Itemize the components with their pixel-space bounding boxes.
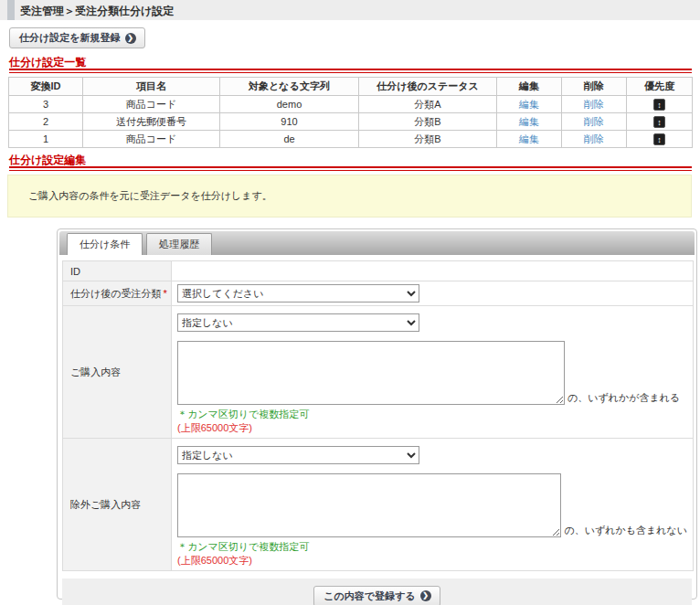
col-header-id: 変換ID <box>9 78 83 96</box>
priority-updown-icon[interactable]: ↕ <box>653 133 665 145</box>
col-header-target: 対象となる文字列 <box>220 78 359 96</box>
edit-form-table: ID 仕分け後の受注分類* 選択してください ご購入内容 <box>62 260 694 571</box>
submit-button[interactable]: この内容で登録する ❯ <box>313 586 440 605</box>
col-header-priority: 優先度 <box>627 78 693 96</box>
delete-link[interactable]: 削除 <box>584 116 604 127</box>
delete-link[interactable]: 削除 <box>584 99 604 110</box>
submit-label: この内容で登録する <box>323 589 415 603</box>
cell-status: 分類B <box>359 113 497 131</box>
cell-id: 1 <box>9 131 83 148</box>
table-row: 2 送付先郵便番号 910 分類B 編集 削除 ↕ <box>9 113 693 131</box>
purchase-label: ご購入内容 <box>63 306 172 439</box>
required-mark: * <box>164 288 167 299</box>
table-row: 3 商品コード demo 分類A 編集 削除 ↕ <box>9 96 693 113</box>
edit-panel: 仕分け条件 処理履歴 ID 仕分け後の受注分類* 選択してください ご購入内容 <box>57 228 697 600</box>
new-register-button[interactable]: 仕分け設定を新規登録 ❯ <box>9 27 145 48</box>
tab-processing-history[interactable]: 処理履歴 <box>146 233 212 255</box>
table-header-row: 変換ID 項目名 対象となる文字列 仕分け後のステータス 編集 削除 優先度 <box>9 78 693 96</box>
category-label: 仕分け後の受注分類* <box>63 281 172 306</box>
form-row-id: ID <box>63 261 694 281</box>
edit-section-rule <box>9 166 692 171</box>
exclude-label: 除外ご購入内容 <box>63 439 172 571</box>
page: 受注管理＞受注分類仕分け設定 仕分け設定を新規登録 ❯ 仕分け設定一覧 変換ID… <box>0 0 700 605</box>
col-header-status: 仕分け後のステータス <box>359 78 497 96</box>
sorting-settings-table: 変換ID 項目名 対象となる文字列 仕分け後のステータス 編集 削除 優先度 3… <box>8 77 693 148</box>
tab-sorting-condition[interactable]: 仕分け条件 <box>67 233 143 255</box>
tab-strip: 仕分け条件 処理履歴 <box>59 231 695 255</box>
id-value <box>172 261 694 281</box>
new-register-label: 仕分け設定を新規登録 <box>19 31 121 45</box>
cell-item: 送付先郵便番号 <box>83 113 220 131</box>
form-row-exclude: 除外ご購入内容 指定しない の、いずれかも含まれない ＊カンマ区切りで複数指定可… <box>63 439 694 571</box>
form-row-category: 仕分け後の受注分類* 選択してください <box>63 281 694 306</box>
edit-link[interactable]: 編集 <box>519 116 539 127</box>
col-header-item: 項目名 <box>83 78 220 96</box>
notice-box: ご購入内容の条件を元に受注データを仕分けします。 <box>7 175 692 218</box>
exclude-suffix: の、いずれかも含まれない <box>564 524 687 537</box>
col-header-edit: 編集 <box>497 78 562 96</box>
cell-status: 分類B <box>359 131 497 148</box>
submit-bar: この内容で登録する ❯ <box>62 578 692 605</box>
table-row: 1 商品コード de 分類B 編集 削除 ↕ <box>9 131 693 148</box>
delete-link[interactable]: 削除 <box>584 133 604 144</box>
breadcrumb: 受注管理＞受注分類仕分け設定 <box>20 4 174 19</box>
cell-target: demo <box>220 96 359 113</box>
id-label: ID <box>63 261 172 281</box>
notice-text: ご購入内容の条件を元に受注データを仕分けします。 <box>28 190 272 201</box>
exclude-mode-select[interactable]: 指定しない <box>177 446 419 464</box>
exclude-note-multi: ＊カンマ区切りで複数指定可 <box>177 540 687 554</box>
form-row-purchase: ご購入内容 指定しない の、いずれかが含まれる ＊カンマ区切りで複数指定可 (上… <box>63 306 694 439</box>
cell-item: 商品コード <box>83 96 220 113</box>
purchase-note-limit: (上限65000文字) <box>177 421 687 435</box>
purchase-note-multi: ＊カンマ区切りで複数指定可 <box>177 408 687 421</box>
cell-target: 910 <box>220 113 359 131</box>
breadcrumb-bar: 受注管理＞受注分類仕分け設定 <box>0 0 700 20</box>
arrow-circle-icon: ❯ <box>420 590 431 601</box>
exclude-textarea[interactable] <box>177 473 561 537</box>
edit-link[interactable]: 編集 <box>519 133 539 144</box>
category-select[interactable]: 選択してください <box>177 284 419 302</box>
arrow-circle-icon: ❯ <box>125 33 136 44</box>
list-section-rule <box>9 69 692 73</box>
purchase-textarea[interactable] <box>177 341 565 405</box>
purchase-mode-select[interactable]: 指定しない <box>177 313 419 332</box>
cell-id: 2 <box>9 113 83 131</box>
edit-link[interactable]: 編集 <box>519 99 539 110</box>
exclude-note-limit: (上限65000文字) <box>177 554 687 568</box>
breadcrumb-accent <box>7 0 15 20</box>
priority-updown-icon[interactable]: ↕ <box>653 116 665 128</box>
cell-id: 3 <box>9 96 83 113</box>
col-header-delete: 削除 <box>562 78 627 96</box>
purchase-suffix: の、いずれかが含まれる <box>567 391 680 405</box>
cell-item: 商品コード <box>83 131 220 148</box>
cell-status: 分類A <box>359 96 497 113</box>
cell-target: de <box>220 131 359 148</box>
priority-updown-icon[interactable]: ↕ <box>653 99 665 111</box>
